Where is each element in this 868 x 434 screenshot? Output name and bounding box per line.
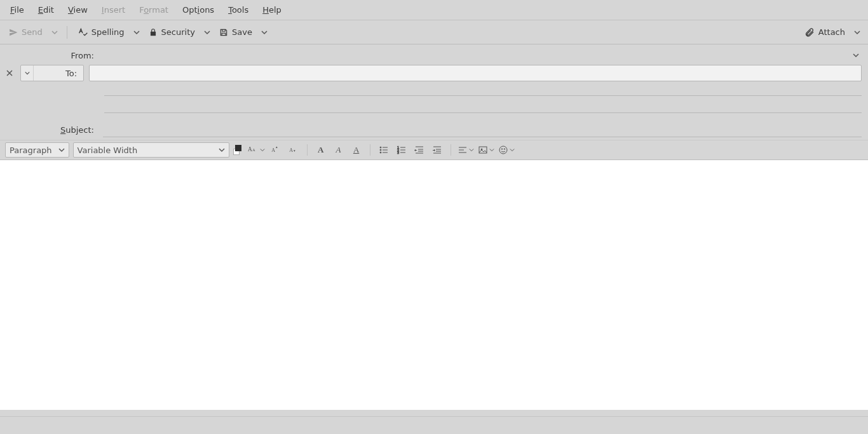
attach-dropdown[interactable] (851, 27, 863, 38)
indent-icon (432, 145, 442, 155)
menu-file[interactable]: File (4, 1, 31, 18)
paragraph-style-value: Paragraph (10, 146, 52, 155)
subject-input[interactable] (103, 122, 862, 137)
recipient-type-label: To: (34, 69, 83, 78)
recipient-type-dropdown[interactable] (21, 65, 34, 81)
outdent-button[interactable] (412, 143, 426, 157)
menu-edit[interactable]: Edit (32, 1, 60, 18)
bold-icon: A (318, 145, 323, 155)
to-row: To: (3, 65, 862, 81)
bullet-list-icon (379, 145, 389, 155)
align-button[interactable] (458, 145, 474, 155)
chevron-down-icon (219, 146, 225, 155)
svg-point-8 (380, 149, 381, 151)
font-size-icon: AA (247, 144, 259, 156)
menu-help[interactable]: Help (256, 1, 288, 18)
svg-point-31 (499, 146, 507, 154)
svg-rect-29 (479, 147, 487, 153)
toolbar-separator (451, 144, 451, 156)
italic-icon: A (336, 145, 341, 155)
save-button[interactable]: Save (215, 25, 256, 39)
recipient-placeholder-line (104, 95, 862, 96)
attach-button[interactable]: Attach (801, 25, 849, 40)
main-toolbar: Send Spelling Security Save Attach (0, 20, 868, 44)
image-icon (478, 145, 488, 155)
remove-recipient-button[interactable] (4, 67, 15, 79)
svg-point-6 (380, 147, 381, 148)
recipient-type-selector[interactable]: To: (20, 65, 84, 81)
save-dropdown[interactable] (259, 27, 270, 38)
svg-text:A: A (271, 147, 275, 153)
status-bar (0, 416, 868, 434)
format-toolbar: Paragraph Variable Width AA A▴ A▾ A A A … (0, 140, 868, 160)
number-list-button[interactable]: 123 (395, 143, 409, 157)
menu-insert[interactable]: Insert (95, 1, 132, 18)
font-size-select[interactable]: AA (247, 144, 265, 156)
underline-icon: A (353, 145, 359, 155)
chevron-down-icon (25, 71, 30, 76)
toolbar-separator (307, 144, 308, 156)
send-button[interactable]: Send (5, 25, 46, 39)
underline-button[interactable]: A (349, 143, 363, 157)
indent-button[interactable] (430, 143, 444, 157)
chevron-down-icon (51, 29, 58, 36)
font-increase-icon: A▾ (288, 145, 299, 155)
insert-emoji-button[interactable] (498, 145, 515, 155)
chevron-down-icon (133, 29, 140, 36)
compose-header: From: To: Subject: (0, 44, 868, 140)
menu-format[interactable]: Format (133, 1, 175, 18)
spelling-button[interactable]: Spelling (74, 25, 128, 40)
send-dropdown[interactable] (49, 27, 60, 38)
from-identity-picker[interactable] (103, 48, 850, 62)
security-dropdown[interactable] (201, 27, 213, 38)
svg-text:▴: ▴ (276, 145, 278, 149)
paperclip-icon (804, 27, 815, 37)
insert-image-button[interactable] (478, 145, 494, 155)
send-label: Send (22, 27, 43, 37)
menu-tools[interactable]: Tools (222, 1, 255, 18)
decrease-font-button[interactable]: A▴ (269, 143, 283, 157)
increase-font-button[interactable]: A▾ (287, 143, 301, 157)
save-icon (219, 28, 228, 37)
svg-point-33 (504, 149, 505, 149)
svg-text:A: A (252, 147, 255, 151)
svg-text:A: A (289, 147, 293, 153)
svg-text:A: A (248, 146, 252, 152)
chevron-down-icon (853, 52, 859, 58)
bullet-list-button[interactable] (377, 143, 391, 157)
foreground-color-swatch (235, 145, 241, 151)
bold-button[interactable]: A (314, 143, 328, 157)
font-decrease-icon: A▴ (271, 145, 281, 155)
subject-label: Subject: (3, 125, 98, 135)
paragraph-style-select[interactable]: Paragraph (5, 142, 69, 158)
security-button[interactable]: Security (145, 25, 199, 39)
send-icon (9, 28, 18, 37)
to-input[interactable] (89, 65, 862, 81)
outdent-icon (414, 145, 424, 155)
chevron-down-icon (510, 147, 515, 153)
chevron-down-icon (261, 29, 268, 36)
menubar: File Edit View Insert Format Options Too… (0, 0, 868, 20)
font-family-value: Variable Width (78, 146, 138, 155)
menu-options[interactable]: Options (176, 1, 220, 18)
svg-point-32 (501, 149, 502, 149)
toolbar-separator (370, 144, 370, 156)
smiley-icon (498, 145, 508, 155)
svg-text:3: 3 (397, 151, 399, 154)
chevron-down-icon (204, 29, 210, 36)
text-color-button[interactable] (233, 145, 243, 155)
subject-row: Subject: (3, 122, 862, 137)
close-icon (6, 70, 13, 76)
spelling-dropdown[interactable] (131, 27, 142, 38)
attach-label: Attach (818, 27, 845, 37)
from-dropdown[interactable] (850, 52, 862, 58)
security-label: Security (161, 27, 195, 37)
italic-button[interactable]: A (332, 143, 346, 157)
chevron-down-icon (854, 29, 860, 36)
chevron-down-icon (58, 146, 65, 155)
from-row: From: (3, 48, 862, 62)
font-family-select[interactable]: Variable Width (73, 142, 229, 158)
align-left-icon (458, 145, 468, 155)
menu-view[interactable]: View (62, 1, 94, 18)
message-body-editor[interactable] (0, 160, 868, 410)
